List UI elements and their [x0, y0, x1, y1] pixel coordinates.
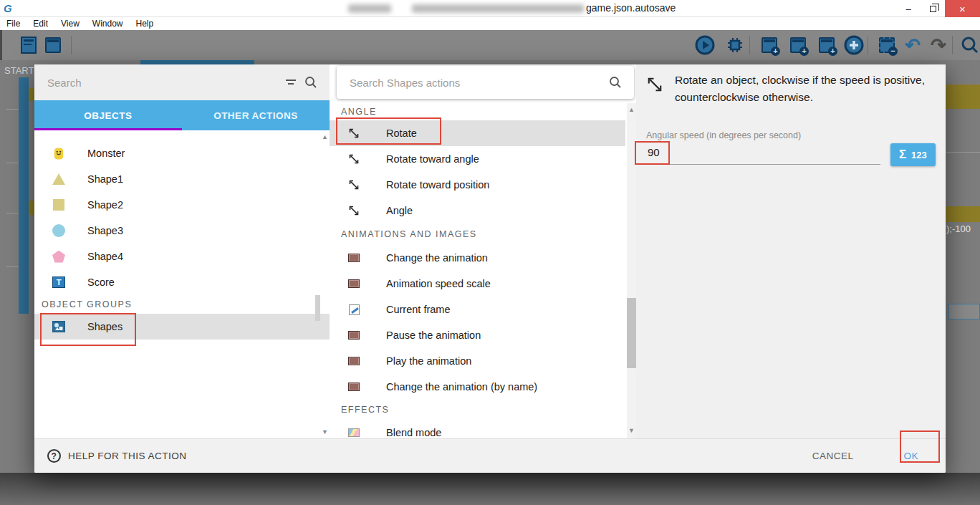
add-event-icon[interactable]: +: [787, 34, 809, 56]
window-titlebar: G game.json.autosave – ×: [0, 0, 980, 17]
scroll-down-icon[interactable]: ▼: [320, 427, 330, 437]
ok-button[interactable]: OK: [899, 450, 923, 462]
search-icon[interactable]: [959, 34, 980, 56]
rotate-icon: [347, 205, 360, 216]
delete-event-icon[interactable]: −: [876, 34, 898, 56]
square-icon: [52, 199, 66, 211]
action-item-animation-speed-scale[interactable]: Animation speed scale: [330, 271, 625, 297]
actions-search-bar: [337, 66, 634, 99]
action-item-rotate-toward-position[interactable]: Rotate toward position: [330, 172, 625, 198]
project-manager-icon[interactable]: [18, 34, 39, 56]
action-item-pause-animation[interactable]: Pause the animation: [330, 322, 625, 348]
object-group-icon: [52, 321, 66, 332]
action-label: Rotate toward angle: [386, 153, 479, 165]
close-icon[interactable]: ×: [945, 0, 980, 17]
cancel-button[interactable]: CANCEL: [808, 450, 858, 462]
debug-icon[interactable]: [724, 34, 746, 56]
monster-icon: [52, 147, 66, 160]
action-label: Blend mode: [386, 427, 441, 438]
action-item-play-animation[interactable]: Play the animation: [330, 348, 625, 374]
action-label: Change the animation (by name): [386, 381, 537, 393]
object-item-shape2[interactable]: Shape2: [34, 192, 330, 218]
background-event-row: [946, 85, 980, 109]
menu-help[interactable]: Help: [130, 19, 160, 29]
object-item-shape3[interactable]: Shape3: [34, 218, 330, 244]
action-item-current-frame[interactable]: Current frame: [330, 297, 625, 322]
object-item-shape4[interactable]: Shape4: [34, 244, 330, 269]
film-strip-icon: [347, 383, 360, 391]
object-item-shape1[interactable]: Shape1: [34, 166, 330, 192]
menu-view[interactable]: View: [54, 19, 86, 29]
object-label: Shape2: [87, 199, 123, 211]
scroll-up-icon[interactable]: ▲: [627, 105, 636, 115]
film-strip-icon: [347, 254, 360, 262]
background-expression-text: );-100: [946, 223, 971, 234]
background-field: [948, 304, 980, 319]
scene-editor-icon[interactable]: [42, 34, 64, 56]
action-label: Angle: [386, 205, 413, 216]
scrollbar-thumb[interactable]: [627, 298, 636, 368]
action-label: Current frame: [386, 304, 450, 315]
minimize-icon[interactable]: –: [896, 0, 921, 17]
objects-search-bar: [34, 64, 330, 100]
object-label: Score: [87, 276, 115, 288]
scrollbar-thumb[interactable]: [315, 295, 320, 321]
action-item-rotate-toward-angle[interactable]: Rotate toward angle: [330, 146, 625, 172]
add-comment-icon[interactable]: +: [816, 34, 837, 56]
redacted-title-blob: [412, 4, 584, 13]
restore-icon[interactable]: [921, 0, 945, 17]
scroll-up-icon[interactable]: ▲: [320, 132, 330, 142]
section-header-angle: ANGLE: [330, 103, 625, 120]
add-circle-icon[interactable]: [843, 34, 865, 56]
angular-speed-input[interactable]: [646, 143, 880, 165]
action-label: Animation speed scale: [386, 278, 491, 289]
search-icon[interactable]: [301, 72, 321, 92]
object-item-score[interactable]: T Score: [34, 269, 330, 295]
actions-list: ANGLE Rotate Rotate toward angle: [330, 100, 625, 438]
action-item-change-animation-by-name[interactable]: Change the animation (by name): [330, 374, 625, 400]
menu-window[interactable]: Window: [86, 19, 130, 29]
background-scene-tab-label: START: [4, 65, 34, 76]
play-icon[interactable]: [694, 34, 716, 56]
actions-scrollbar[interactable]: ▲ ▼: [627, 103, 636, 438]
scroll-down-icon[interactable]: ▼: [627, 425, 636, 436]
help-icon: ?: [47, 449, 61, 463]
tab-objects[interactable]: OBJECTS: [34, 100, 182, 130]
toolbar: + + + − ↶ ↷: [0, 30, 980, 60]
object-label: Monster: [87, 148, 125, 159]
menu-edit[interactable]: Edit: [27, 19, 54, 29]
filter-icon[interactable]: [281, 72, 301, 92]
object-item-monster[interactable]: Monster: [34, 140, 330, 166]
objects-search-input[interactable]: [46, 76, 281, 90]
action-item-blend-mode[interactable]: Blend mode: [330, 420, 625, 438]
dialog-footer: ? HELP FOR THIS ACTION CANCEL OK: [34, 438, 946, 473]
angular-speed-label: Angular speed (in degrees per second): [646, 130, 936, 140]
undo-icon[interactable]: ↶: [902, 34, 923, 56]
action-label: Pause the animation: [386, 330, 481, 341]
rotate-icon: [347, 128, 360, 139]
window-title: game.json.autosave: [586, 2, 676, 14]
help-link[interactable]: ? HELP FOR THIS ACTION: [47, 449, 187, 463]
menu-file[interactable]: File: [0, 19, 27, 29]
group-item-shapes[interactable]: Shapes: [34, 314, 330, 340]
action-item-rotate[interactable]: Rotate: [330, 120, 625, 146]
action-label: Play the animation: [386, 355, 471, 367]
section-header-animations: ANIMATIONS AND IMAGES: [330, 223, 625, 245]
section-header-effects: EFFECTS: [330, 400, 625, 420]
action-editor-dialog: OBJECTS OTHER ACTIONS Monster Shape1: [34, 64, 946, 473]
frame-edit-icon: [347, 304, 360, 315]
objects-tab-bar: OBJECTS OTHER ACTIONS: [34, 100, 330, 130]
object-groups-header: OBJECT GROUPS: [34, 295, 330, 314]
actions-search-input[interactable]: [348, 76, 605, 90]
search-icon[interactable]: [605, 72, 625, 92]
object-label: Shape4: [87, 251, 123, 262]
action-item-angle[interactable]: Angle: [330, 198, 625, 223]
redo-icon[interactable]: ↷: [928, 34, 949, 56]
action-item-change-animation[interactable]: Change the animation: [330, 245, 625, 271]
tab-other-actions[interactable]: OTHER ACTIONS: [182, 100, 330, 130]
rotate-icon: [347, 153, 360, 165]
actions-panel: ANGLE Rotate Rotate toward angle: [330, 64, 636, 438]
add-sub-event-icon[interactable]: +: [759, 34, 780, 56]
expression-editor-button[interactable]: Σ 123: [890, 143, 936, 166]
rotate-icon: [347, 179, 360, 191]
